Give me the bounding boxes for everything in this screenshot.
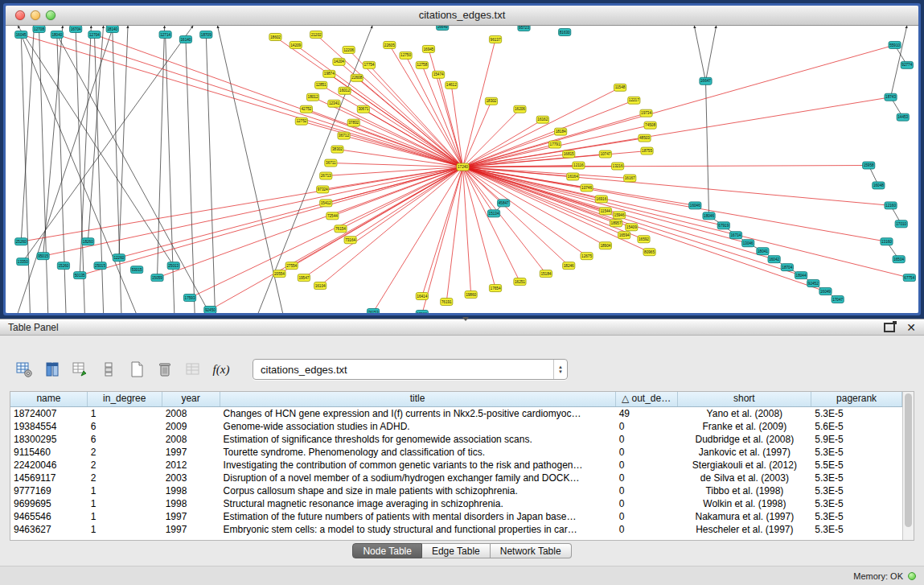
graph-node[interactable]: 18140 <box>106 26 118 32</box>
graph-node[interactable]: 18161 <box>416 311 428 313</box>
graph-node[interactable]: 25013 <box>167 262 179 270</box>
graph-node[interactable]: 18302 <box>485 97 497 105</box>
graph-node[interactable]: 22605 <box>384 41 396 48</box>
graph-edge[interactable] <box>21 35 462 167</box>
graph-node[interactable]: 19860 <box>465 291 477 299</box>
table-scrollbar[interactable] <box>902 392 914 540</box>
zoom-window-button[interactable] <box>46 10 55 20</box>
graph-edge[interactable] <box>157 26 164 278</box>
graph-node[interactable]: 15412 <box>320 200 332 207</box>
graph-edge[interactable] <box>296 45 463 167</box>
graph-node[interactable]: 16012 <box>339 87 351 94</box>
graph-node[interactable]: 16046 <box>689 202 701 209</box>
scrollbar-thumb[interactable] <box>905 393 912 527</box>
graph-node[interactable]: 12116 <box>573 162 585 169</box>
graph-node[interactable]: 76191 <box>441 299 453 306</box>
table-row[interactable]: 946554611997Estimation of the future num… <box>10 510 902 523</box>
graph-node[interactable]: 16594 <box>618 232 630 239</box>
graph-edge[interactable] <box>422 65 463 167</box>
graph-node[interactable]: 18602 <box>269 33 281 40</box>
graph-edge[interactable] <box>80 167 462 276</box>
graph-node[interactable]: 73164 <box>344 237 356 244</box>
graph-node[interactable]: 67754 <box>903 274 915 282</box>
table-row[interactable]: 1456911722003Disruption of a novel membe… <box>10 472 902 484</box>
table-selector[interactable]: citations_edges.txt ▲▼ <box>253 359 568 380</box>
graph-node[interactable]: 67919 <box>717 222 729 229</box>
graph-node[interactable]: 16592 <box>638 236 650 243</box>
graph-node[interactable]: 16049 <box>819 288 832 295</box>
graph-edge[interactable] <box>43 26 63 256</box>
graph-edge[interactable] <box>331 163 462 167</box>
close-window-button[interactable] <box>15 10 25 20</box>
graph-node[interactable]: 18246 <box>563 262 575 270</box>
graph-node[interactable]: 12206 <box>343 46 355 53</box>
graph-edge[interactable] <box>463 45 895 167</box>
graph-node[interactable]: 12260 <box>113 254 125 262</box>
graph-node[interactable]: 36712 <box>338 132 350 139</box>
graph-edge[interactable] <box>354 123 463 167</box>
graph-edge[interactable] <box>351 167 463 241</box>
graph-edge[interactable] <box>463 167 910 278</box>
graph-node[interactable]: 16504 <box>893 256 905 263</box>
graph-edge[interactable] <box>166 35 175 313</box>
graph-node[interactable]: 12708 <box>33 26 45 32</box>
table-row[interactable]: 1830029562008Estimation of significance … <box>10 433 902 446</box>
graph-edge[interactable] <box>344 136 463 167</box>
graph-node[interactable]: 45847 <box>498 200 510 207</box>
graph-edge[interactable] <box>280 167 463 274</box>
graph-edge[interactable] <box>463 132 561 167</box>
graph-node[interactable]: 15958 <box>863 162 875 169</box>
float-panel-icon[interactable] <box>884 323 895 332</box>
graph-node[interactable]: 95723 <box>518 26 530 31</box>
table-row[interactable]: 911546021997Tourette syndrome. Phenomeno… <box>10 446 902 459</box>
graph-node[interactable]: 15474 <box>433 71 445 78</box>
graph-node[interactable]: 19874 <box>323 70 335 77</box>
graph-node[interactable]: 96137 <box>489 35 501 43</box>
graph-edge[interactable] <box>446 167 462 303</box>
graph-node[interactable]: 50135 <box>74 272 86 279</box>
graph-node[interactable]: 12160 <box>885 202 897 209</box>
column-header-out_de[interactable]: △ out_de… <box>616 392 678 406</box>
graph-node[interactable]: 12851 <box>315 81 327 89</box>
table-row[interactable]: 1938455462009Genome-wide association stu… <box>10 420 902 433</box>
graph-node[interactable]: 14612 <box>446 81 458 89</box>
graph-edge[interactable] <box>345 91 463 167</box>
graph-edge[interactable] <box>463 167 644 240</box>
graph-edge[interactable] <box>88 26 103 241</box>
graph-edge[interactable] <box>463 167 802 276</box>
splitter-grip[interactable] <box>462 317 469 321</box>
graph-node[interactable]: 16414 <box>416 293 428 300</box>
table-row[interactable]: 946362711997Embryonic stem cells: a mode… <box>10 523 902 536</box>
graph-node[interactable]: 92452 <box>807 280 819 287</box>
graph-node[interactable]: 13216 <box>611 163 623 170</box>
graph-node[interactable]: 12750 <box>400 51 412 59</box>
graph-edge[interactable] <box>21 35 136 313</box>
graph-node[interactable]: 11544 <box>599 208 611 215</box>
graph-node[interactable]: 12714 <box>159 31 171 38</box>
graph-node[interactable]: 12704 <box>88 31 101 38</box>
network-window-titlebar[interactable]: citations_edges.txt <box>6 6 918 26</box>
graph-node[interactable]: 17593 <box>183 295 195 302</box>
table-settings-icon[interactable] <box>14 360 34 379</box>
minimize-window-button[interactable] <box>31 10 40 20</box>
column-header-short[interactable]: short <box>678 392 812 406</box>
graph-node[interactable]: 16916 <box>595 196 607 203</box>
graph-edge[interactable] <box>21 35 30 313</box>
graph-edge[interactable] <box>463 97 891 167</box>
graph-node[interactable]: 15059 <box>151 274 163 282</box>
graph-node[interactable]: 53015 <box>131 266 143 274</box>
graph-node[interactable]: 18046 <box>703 212 715 220</box>
graph-node[interactable]: 18904 <box>599 242 611 249</box>
graph-node[interactable]: 16164 <box>567 173 579 180</box>
graph-node[interactable]: 76153 <box>367 309 379 313</box>
graph-node[interactable]: 12758 <box>416 61 428 68</box>
graph-edge[interactable] <box>217 26 282 313</box>
graph-node[interactable]: 12341 <box>328 100 340 107</box>
graph-node[interactable]: 92774 <box>901 61 913 68</box>
graph-node[interactable]: 15946 <box>613 212 625 219</box>
graph-node[interactable]: 17754 <box>363 61 375 68</box>
graph-edge[interactable] <box>706 26 717 81</box>
graph-node[interactable]: 19734 <box>640 109 652 117</box>
graph-node[interactable]: 55910 <box>889 41 901 48</box>
graph-node[interactable]: 14209 <box>290 41 302 48</box>
